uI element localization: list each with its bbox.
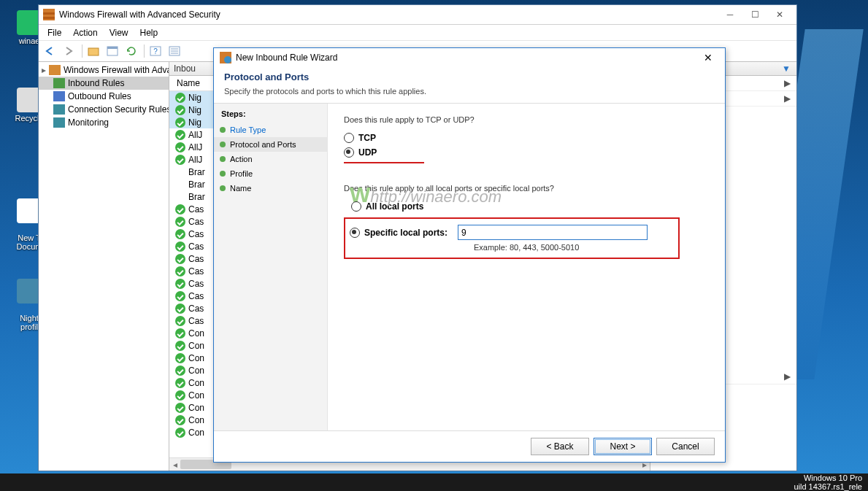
menu-view[interactable]: View [104,26,134,39]
tree-item-label: Connection Security Rules [68,104,169,115]
app-icon [43,9,55,20]
svg-rect-2 [43,17,55,19]
tree-item-label: Inbound Rules [68,78,124,88]
rule-name: Cas [188,241,204,252]
back-button[interactable] [42,42,59,60]
radio-tcp[interactable]: TCP [344,133,709,143]
scroll-left-icon[interactable]: ◂ [169,458,180,471]
menu-file[interactable]: File [42,26,67,39]
wizard-panel: Whttp://winaero.com Does this rule apply… [328,104,725,430]
rule-name: Cas [188,266,204,277]
step-protocol-and-ports: Protocol and Ports [214,137,327,152]
dialog-header: Protocol and Ports Specify the protocols… [214,67,725,103]
enabled-icon [175,279,185,289]
tb-folder-button[interactable] [85,42,102,60]
taskbar: Windows 10 Pro uild 14367.rs1_rele [0,473,868,491]
refresh-icon [126,46,137,56]
forward-button[interactable] [61,42,78,60]
enabled-icon [175,105,185,115]
rule-name: AllJ [188,142,202,152]
tree-item-windows-firewall-with-advance[interactable]: ▸Windows Firewall with Advance [39,63,169,77]
rule-name: Con [188,390,204,401]
enabled-icon [175,241,185,252]
step-rule-type[interactable]: Rule Type [214,123,327,137]
protocol-question: Does this rule apply to TCP or UDP? [344,115,709,124]
ports-input[interactable] [458,225,648,240]
step-bullet-icon [220,142,226,147]
radio-all-ports[interactable]: All local ports [351,201,709,212]
ports-question: Does this rule apply to all local ports … [344,184,709,193]
tree-item-connection-security-rules[interactable]: Connection Security Rules [39,103,169,116]
rule-name: AllJ [188,130,202,140]
dropdown-icon[interactable]: ▼ [782,63,791,74]
enabled-icon [175,428,185,438]
rule-name: AllJ [188,155,202,165]
dialog-titlebar[interactable]: New Inbound Rule Wizard ✕ [214,48,725,67]
menu-help[interactable]: Help [134,26,164,39]
next-button[interactable]: Next > [594,438,652,455]
dialog-close-button[interactable]: ✕ [697,50,719,66]
tb-properties-button[interactable] [104,42,121,60]
mon-icon [53,117,65,128]
step-action: Action [214,152,327,166]
in-icon [53,78,65,88]
enabled-icon [175,328,185,339]
help-icon: ? [150,46,161,56]
rule-name: Con [188,353,204,363]
svg-rect-1 [43,12,55,15]
enabled-icon [175,316,185,326]
highlight-box: Specific local ports: Example: 80, 443, … [344,217,680,259]
arrow-left-icon [45,47,55,55]
step-name: Name [214,181,327,196]
enabled-icon [175,390,185,401]
shield-icon [49,65,61,75]
tb-export-button[interactable] [166,42,183,60]
tb-refresh-button[interactable] [123,42,140,60]
enabled-icon [175,93,185,103]
properties-icon [107,46,118,56]
enabled-icon [175,291,185,301]
wizard-steps: Steps: Rule TypeProtocol and PortsAction… [214,104,328,430]
rule-name: Cas [188,229,204,239]
expand-icon[interactable]: ▸ [42,65,46,75]
tree-item-label: Monitoring [68,117,109,128]
step-bullet-icon [220,171,226,177]
rule-name: Con [188,403,204,413]
tree-item-monitoring[interactable]: Monitoring [39,116,169,129]
step-label: Rule Type [230,125,266,134]
step-label: Protocol and Ports [230,140,296,149]
enabled-icon [175,204,185,214]
cancel-button[interactable]: Cancel [656,438,715,455]
rule-name: Nig [188,117,201,128]
enabled-icon [175,117,185,128]
dialog-heading: Protocol and Ports [224,71,715,82]
tree-item-label: Outbound Rules [68,91,131,101]
minimize-button[interactable]: ─ [718,7,742,23]
step-label: Name [230,184,251,193]
dialog-subheading: Specify the protocols and ports to which… [224,87,715,96]
close-button[interactable]: ✕ [767,7,792,23]
back-button[interactable]: < Back [531,438,589,455]
tb-help-button[interactable]: ? [147,42,164,60]
folder-icon [88,46,99,56]
menu-action[interactable]: Action [67,26,103,39]
rule-name: Con [188,428,204,438]
tree-item-inbound-rules[interactable]: Inbound Rules [39,77,169,90]
rule-name: Cas [188,291,204,301]
tree-item-outbound-rules[interactable]: Outbound Rules [39,90,169,103]
rule-name: Con [188,328,204,339]
maximize-button[interactable]: ☐ [742,7,767,23]
rule-name: Cas [188,204,204,214]
rule-name: Nig [188,105,201,115]
rule-name: Con [188,366,204,376]
rule-name: Cas [188,304,204,314]
enabled-icon [175,366,185,376]
rule-name: Con [188,378,204,388]
titlebar[interactable]: Windows Firewall with Advanced Security … [39,5,796,25]
menubar: File Action View Help [39,25,796,40]
radio-specific-ports[interactable]: Specific local ports: [350,228,448,238]
radio-udp[interactable]: UDP [344,147,709,158]
nav-tree[interactable]: ▸Windows Firewall with AdvanceInbound Ru… [39,62,169,471]
rule-wizard-dialog: New Inbound Rule Wizard ✕ Protocol and P… [213,47,726,463]
ports-example: Example: 80, 443, 5000-5010 [474,243,674,252]
